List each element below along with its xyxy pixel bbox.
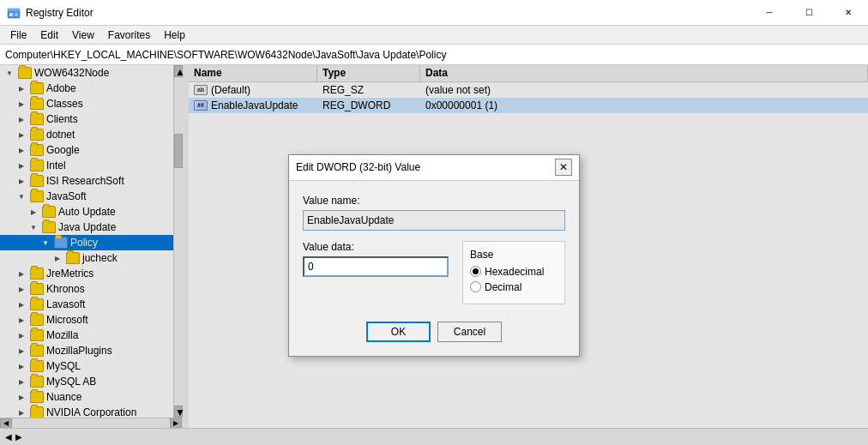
value-data-input[interactable] xyxy=(303,256,449,277)
hexadecimal-option[interactable]: Hexadecimal xyxy=(470,266,558,278)
address-path: Computer\HKEY_LOCAL_MACHINE\SOFTWARE\WOW… xyxy=(5,49,446,61)
close-button[interactable]: ✕ xyxy=(829,0,868,26)
hexadecimal-label: Hexadecimal xyxy=(485,266,544,278)
menu-edit[interactable]: Edit xyxy=(33,27,65,43)
address-bar: Computer\HKEY_LOCAL_MACHINE\SOFTWARE\WOW… xyxy=(0,45,868,65)
value-data-column: Value data: xyxy=(303,241,449,304)
title-bar: Registry Editor ─ ☐ ✕ xyxy=(0,0,868,26)
value-name-input[interactable] xyxy=(303,210,565,231)
menu-help[interactable]: Help xyxy=(157,27,192,43)
base-label: Base xyxy=(470,249,558,261)
value-name-label: Value name: xyxy=(303,195,565,207)
dialog-close-button[interactable]: ✕ xyxy=(555,159,572,176)
decimal-option[interactable]: Decimal xyxy=(470,281,558,293)
main-content: ▼ WOW6432Node ▶ Adobe ▶ Classes ▶ Client… xyxy=(0,65,868,445)
svg-rect-1 xyxy=(8,9,20,11)
dialog-body: Value name: Value data: Base Hexadecimal xyxy=(289,181,579,356)
dialog-title: Edit DWORD (32-bit) Value xyxy=(296,161,420,173)
dialog-buttons: OK Cancel xyxy=(303,318,565,342)
menu-bar: File Edit View Favorites Help xyxy=(0,26,868,45)
app-title: Registry Editor xyxy=(26,7,93,19)
menu-file[interactable]: File xyxy=(3,27,33,43)
base-group: Base Hexadecimal Decimal xyxy=(462,241,565,304)
value-data-label: Value data: xyxy=(303,241,449,253)
cancel-button[interactable]: Cancel xyxy=(437,322,502,342)
title-bar-left: Registry Editor xyxy=(7,6,93,20)
modal-overlay: Edit DWORD (32-bit) Value ✕ Value name: … xyxy=(0,65,868,445)
ok-button[interactable]: OK xyxy=(366,322,431,342)
menu-view[interactable]: View xyxy=(65,27,101,43)
svg-rect-3 xyxy=(15,13,18,16)
decimal-label: Decimal xyxy=(485,281,521,293)
menu-favorites[interactable]: Favorites xyxy=(101,27,157,43)
maximize-button[interactable]: ☐ xyxy=(789,0,829,26)
svg-rect-2 xyxy=(9,13,13,16)
value-data-row: Value data: Base Hexadecimal xyxy=(303,241,565,304)
app-icon xyxy=(7,6,21,20)
window-controls: ─ ☐ ✕ xyxy=(750,0,868,26)
hexadecimal-radio[interactable] xyxy=(470,266,481,277)
minimize-button[interactable]: ─ xyxy=(750,0,789,26)
edit-dword-dialog: Edit DWORD (32-bit) Value ✕ Value name: … xyxy=(288,154,580,357)
base-column: Base Hexadecimal Decimal xyxy=(462,241,565,304)
dialog-title-bar: Edit DWORD (32-bit) Value ✕ xyxy=(289,155,579,181)
decimal-radio[interactable] xyxy=(470,281,481,292)
